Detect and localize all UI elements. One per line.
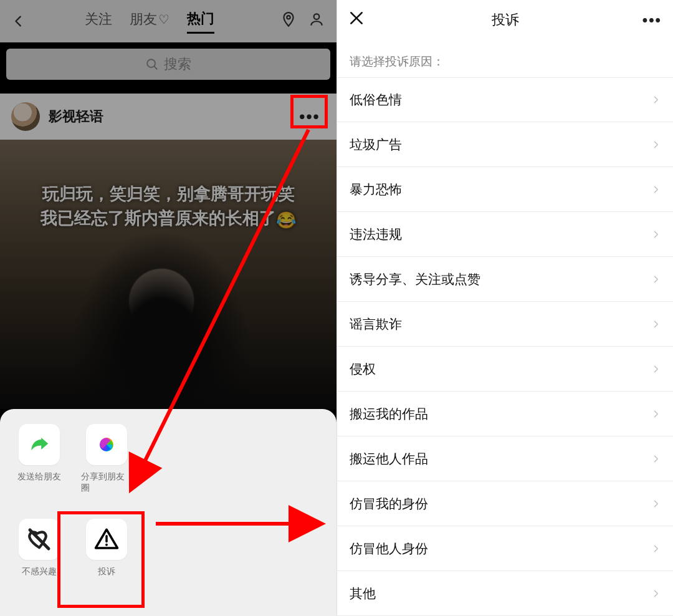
- sheet-share-moments[interactable]: 分享到朋友圈: [81, 424, 132, 494]
- post-more-button[interactable]: •••: [294, 103, 325, 130]
- svg-point-6: [105, 544, 108, 546]
- report-reason-item[interactable]: 违法违规: [337, 212, 673, 257]
- report-reason-item[interactable]: 仿冒他人身份: [337, 526, 673, 571]
- avatar: [11, 102, 40, 131]
- feed-tabs: 关注 朋友♡ 热门: [25, 9, 274, 34]
- report-reason-label: 其他: [350, 585, 376, 602]
- report-reason-item[interactable]: 垃圾广告: [337, 122, 673, 167]
- report-reason-item[interactable]: 其他: [337, 571, 673, 616]
- report-prompt: 请选择投诉原因：: [337, 40, 673, 77]
- tab-friends-label: 朋友: [130, 11, 157, 27]
- chevron-right-icon: [652, 586, 661, 601]
- report-reason-label: 低俗色情: [350, 91, 402, 108]
- chevron-left-icon: [12, 14, 26, 28]
- report-reason-item[interactable]: 搬运他人作品: [337, 436, 673, 481]
- report-reason-item[interactable]: 诱导分享、关注或点赞: [337, 257, 673, 302]
- report-screen: 投诉 ••• 请选择投诉原因： 低俗色情垃圾广告暴力恐怖违法违规诱导分享、关注或…: [336, 0, 673, 616]
- sheet-label: 不感兴趣: [22, 566, 57, 577]
- video-caption: 玩归玩，笑归笑，别拿腾哥开玩笑 我已经忘了斯内普原来的长相了😂: [0, 182, 336, 233]
- svg-point-2: [147, 59, 155, 67]
- warning-triangle-icon: [93, 526, 120, 552]
- report-reason-label: 侵权: [350, 360, 376, 378]
- post-author-row[interactable]: 影视轻语 •••: [0, 94, 336, 140]
- sheet-label: 投诉: [98, 566, 115, 577]
- sheet-not-interested[interactable]: 不感兴趣: [14, 519, 65, 577]
- report-reason-item[interactable]: 仿冒我的身份: [337, 481, 673, 526]
- moments-icon: [95, 433, 118, 456]
- svg-point-0: [287, 16, 290, 19]
- chevron-right-icon: [652, 407, 661, 421]
- chevron-right-icon: [652, 272, 661, 287]
- more-button[interactable]: •••: [637, 11, 662, 29]
- chevron-right-icon: [652, 496, 661, 511]
- chevron-right-icon: [652, 182, 661, 197]
- feed-header: 关注 朋友♡ 热门: [0, 0, 336, 42]
- search-placeholder: 搜索: [164, 55, 191, 74]
- chevron-right-icon: [652, 137, 661, 152]
- feed-screen: 关注 朋友♡ 热门 搜索 影视轻语 ••• 玩归玩，笑归笑，别拿腾哥开玩笑 我已…: [0, 0, 336, 616]
- laugh-emoji-icon: 😂: [276, 211, 296, 229]
- broken-heart-icon: [27, 527, 52, 552]
- report-reason-item[interactable]: 低俗色情: [337, 77, 673, 122]
- chevron-right-icon: [652, 451, 661, 466]
- sheet-send-friend[interactable]: 发送给朋友: [14, 424, 65, 494]
- report-reason-label: 搬运我的作品: [350, 405, 428, 423]
- svg-line-3: [155, 67, 158, 70]
- tab-follow[interactable]: 关注: [85, 10, 112, 32]
- chevron-right-icon: [652, 541, 661, 556]
- report-reason-list: 低俗色情垃圾广告暴力恐怖违法违规诱导分享、关注或点赞谣言欺诈侵权搬运我的作品搬运…: [337, 77, 673, 616]
- report-reason-label: 垃圾广告: [350, 136, 402, 153]
- report-reason-item[interactable]: 搬运我的作品: [337, 392, 673, 436]
- report-reason-item[interactable]: 侵权: [337, 347, 673, 392]
- tab-friends[interactable]: 朋友♡: [130, 10, 169, 32]
- search-icon: [145, 57, 159, 71]
- video-thumbnail[interactable]: [0, 140, 336, 409]
- location-icon[interactable]: [280, 11, 297, 32]
- author-name: 影视轻语: [49, 107, 103, 126]
- sheet-label: 发送给朋友: [17, 471, 61, 483]
- chevron-right-icon: [652, 362, 661, 377]
- report-reason-label: 仿冒我的身份: [350, 495, 428, 513]
- report-reason-label: 诱导分享、关注或点赞: [350, 271, 480, 288]
- report-reason-label: 谣言欺诈: [350, 315, 402, 333]
- close-icon: [348, 10, 365, 26]
- search-input[interactable]: 搜索: [6, 49, 330, 80]
- profile-icon[interactable]: [308, 11, 325, 32]
- report-reason-label: 暴力恐怖: [350, 181, 402, 198]
- action-sheet: 发送给朋友 分享到朋友圈: [0, 409, 336, 616]
- page-title: 投诉: [492, 11, 519, 29]
- chevron-right-icon: [652, 317, 661, 332]
- svg-point-1: [313, 14, 319, 19]
- chevron-right-icon: [652, 227, 661, 242]
- report-reason-label: 违法违规: [350, 226, 402, 243]
- tab-hot[interactable]: 热门: [187, 9, 214, 34]
- sheet-report[interactable]: 投诉: [81, 519, 132, 577]
- report-reason-label: 搬运他人作品: [350, 450, 428, 468]
- caption-line: 我已经忘了斯内普原来的长相了😂: [19, 206, 318, 233]
- report-reason-label: 仿冒他人身份: [350, 540, 428, 557]
- report-header: 投诉 •••: [337, 0, 673, 40]
- close-button[interactable]: [348, 9, 373, 31]
- report-reason-item[interactable]: 暴力恐怖: [337, 167, 673, 212]
- caption-line: 玩归玩，笑归笑，别拿腾哥开玩笑: [19, 182, 318, 206]
- chevron-right-icon: [652, 92, 661, 107]
- sheet-label: 分享到朋友圈: [81, 471, 132, 494]
- share-arrow-icon: [27, 433, 51, 456]
- report-reason-item[interactable]: 谣言欺诈: [337, 302, 673, 347]
- heart-icon: ♡: [158, 12, 169, 26]
